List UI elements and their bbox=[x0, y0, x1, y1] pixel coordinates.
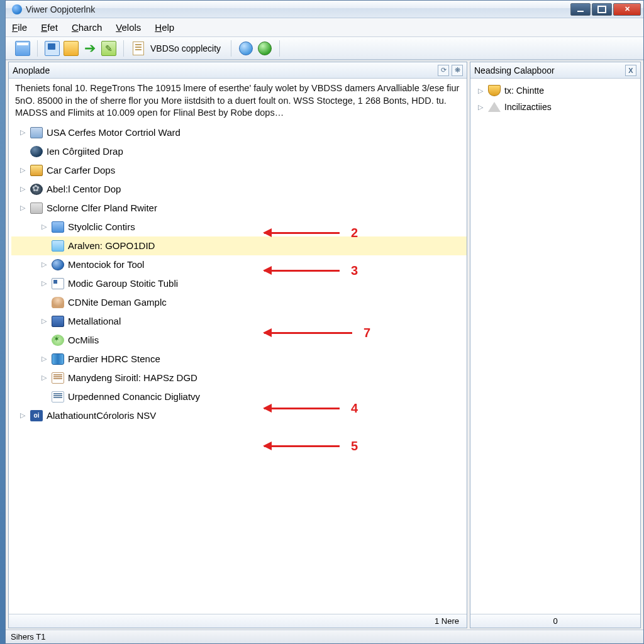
tree-item[interactable]: Pardier HDRC Stence bbox=[11, 350, 467, 369]
tree-item[interactable]: Urpedenned Conancic Digliatvy bbox=[11, 387, 467, 406]
pane-options-button[interactable]: ❋ bbox=[452, 65, 463, 76]
menu-help[interactable]: Help bbox=[155, 22, 174, 33]
left-pane-header: Anoplade ⟳ ❋ bbox=[9, 62, 467, 79]
menu-velols[interactable]: Velols bbox=[116, 22, 141, 33]
tree-item[interactable]: Modic Garoup Stoitic Tubli bbox=[11, 274, 467, 293]
tree-item-label: Manydeng Siroitl: HAPSz DGD bbox=[68, 372, 197, 383]
oi-icon: oi bbox=[30, 410, 43, 421]
toolbar-separator bbox=[123, 40, 124, 57]
right-pane: Neadsing Calapboor X tx: ChintteInciliza… bbox=[470, 62, 641, 628]
maximize-button[interactable] bbox=[592, 3, 612, 16]
left-pane: Anoplade ⟳ ❋ Theniets fonal 10. RegeTron… bbox=[8, 62, 467, 628]
tree-item-label: AlathatiountCóroloris NSV bbox=[47, 410, 156, 421]
tree-item[interactable]: oiAlathatiountCóroloris NSV bbox=[11, 406, 467, 425]
expand-icon[interactable] bbox=[19, 204, 26, 212]
tree-item-label: tx: Chintte bbox=[504, 86, 544, 96]
tree-item[interactable]: tx: Chintte bbox=[473, 82, 638, 99]
tree-item[interactable]: Styolclic Contirs bbox=[11, 218, 467, 236]
window-buttons bbox=[570, 3, 641, 16]
toolbar-monitor-icon[interactable] bbox=[45, 41, 60, 56]
card-icon bbox=[52, 278, 64, 289]
tree-item[interactable]: Abel:l Centor Dop bbox=[11, 180, 467, 199]
tree-item[interactable]: Mentociok for Tool bbox=[11, 255, 467, 274]
left-pane-footer: 1 Nere bbox=[9, 614, 467, 628]
expand-icon[interactable] bbox=[19, 167, 26, 174]
tree-item-label: Urpedenned Conancic Digliatvy bbox=[68, 391, 200, 402]
toolbar-arrow-icon[interactable]: ➔ bbox=[82, 41, 97, 56]
toolbar-separator bbox=[37, 40, 38, 57]
expand-icon[interactable] bbox=[477, 103, 484, 111]
annotation-arrow: 5 bbox=[264, 439, 358, 453]
tree-item[interactable]: Sclorne Clfer Pland Rwiter bbox=[11, 199, 467, 218]
right-footer-text: 0 bbox=[553, 616, 557, 626]
left-footer-text: 1 Nere bbox=[435, 616, 459, 626]
pane-refresh-button[interactable]: ⟳ bbox=[438, 65, 449, 76]
expand-icon[interactable] bbox=[40, 280, 48, 287]
tree-item[interactable]: USA Cerfes Motor Cortriol Ward bbox=[11, 123, 467, 142]
tree-item-label: Incilizactiies bbox=[504, 102, 552, 112]
toolbar-separator bbox=[279, 40, 280, 57]
tree-item-label: Car Carfer Dops bbox=[47, 165, 115, 175]
annotation-number: 5 bbox=[351, 439, 358, 453]
toolbar-folder-icon[interactable] bbox=[64, 41, 79, 56]
expand-icon[interactable] bbox=[19, 186, 26, 193]
panel-icon bbox=[30, 203, 43, 214]
toolbar-separator bbox=[231, 40, 231, 57]
left-tree[interactable]: USA Cerfes Motor Cortriol WardIen Côrgii… bbox=[9, 122, 467, 614]
toolbar-label[interactable]: VBDSo copplecity bbox=[150, 43, 221, 53]
tree-item[interactable]: Manydeng Siroitl: HAPSz DGD bbox=[11, 369, 467, 387]
tree-item[interactable]: Car Carfer Dops bbox=[11, 161, 467, 180]
menubar: File Efet Charch Velols Help bbox=[6, 18, 643, 37]
right-pane-close-button[interactable]: X bbox=[625, 65, 636, 76]
menu-charch[interactable]: Charch bbox=[72, 22, 102, 33]
expand-icon[interactable] bbox=[40, 374, 48, 382]
cyl-icon bbox=[52, 353, 64, 365]
expand-icon[interactable] bbox=[40, 261, 48, 269]
right-pane-footer: 0 bbox=[470, 614, 640, 628]
expand-icon[interactable] bbox=[19, 129, 26, 136]
right-tree[interactable]: tx: ChintteIncilizactiies bbox=[470, 79, 640, 119]
bluesky-icon bbox=[52, 240, 64, 252]
tree-item-label: Sclorne Clfer Pland Rwiter bbox=[47, 203, 157, 213]
tree-item[interactable]: Aralven: GOPO1DID bbox=[11, 236, 467, 255]
menu-file[interactable]: File bbox=[12, 22, 27, 33]
app-window: Viwer Oopjoterlnk File Efet Charch Velol… bbox=[5, 0, 644, 644]
expand-icon[interactable] bbox=[40, 318, 48, 325]
tree-item[interactable]: CDNite Deman Gamplc bbox=[11, 293, 467, 312]
workarea: Anoplade ⟳ ❋ Theniets fonal 10. RegeTron… bbox=[6, 60, 643, 630]
tree-item-label: Ien Côrgiited Drap bbox=[47, 146, 123, 157]
tree-item-label: Metallational bbox=[68, 316, 121, 326]
tree-item-label: USA Cerfes Motor Cortriol Ward bbox=[47, 127, 180, 138]
tree-item-label: Pardier HDRC Stence bbox=[68, 353, 160, 364]
doc2-icon bbox=[52, 391, 64, 402]
tree-item[interactable]: Incilizactiies bbox=[473, 99, 638, 115]
toolbar-play-icon[interactable] bbox=[258, 42, 272, 55]
tree-item[interactable]: Metallational bbox=[11, 312, 467, 331]
right-pane-header: Neadsing Calapboor X bbox=[470, 62, 640, 79]
right-pane-title: Neadsing Calapboor bbox=[474, 65, 555, 75]
expand-icon[interactable] bbox=[40, 223, 48, 231]
tree-item-label: CDNite Deman Gamplc bbox=[68, 297, 167, 308]
tree-item[interactable]: OcMilis bbox=[11, 331, 467, 350]
usa-icon bbox=[30, 127, 43, 138]
tree-item-label: Modic Garoup Stoitic Tubli bbox=[68, 278, 178, 289]
shield-icon bbox=[488, 85, 501, 96]
toolbar-globe-icon[interactable] bbox=[239, 42, 253, 55]
tree-item[interactable]: Ien Côrgiited Drap bbox=[11, 142, 467, 161]
globe-dk-icon bbox=[30, 146, 43, 157]
expand-icon[interactable] bbox=[477, 87, 484, 94]
globe-bl-icon bbox=[52, 259, 64, 270]
close-button[interactable] bbox=[613, 3, 641, 16]
person-icon bbox=[52, 297, 64, 308]
greenx-icon bbox=[52, 335, 64, 346]
expand-icon[interactable] bbox=[40, 355, 48, 363]
menu-efet[interactable]: Efet bbox=[41, 22, 58, 33]
doc-icon bbox=[52, 372, 64, 384]
toolbar-page-icon[interactable] bbox=[133, 42, 144, 55]
toolbar-edit-icon[interactable] bbox=[101, 41, 116, 56]
warn-icon bbox=[488, 102, 501, 112]
expand-icon[interactable] bbox=[19, 412, 26, 419]
left-pane-description: Theniets fonal 10. RegeTrons The 10915 l… bbox=[9, 79, 467, 122]
minimize-button[interactable] bbox=[570, 3, 591, 16]
toolbar-window-icon[interactable] bbox=[15, 41, 30, 56]
